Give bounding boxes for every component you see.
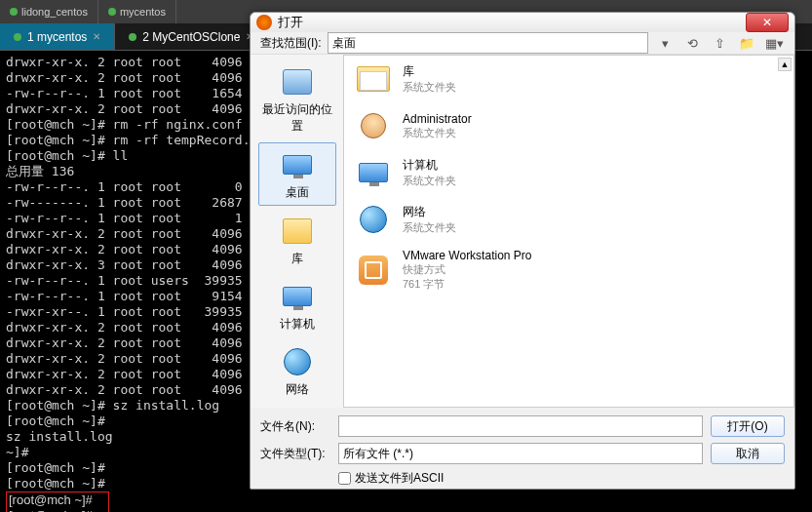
folder-open-icon [357, 66, 390, 92]
close-icon[interactable]: ✕ [93, 31, 100, 42]
up-icon[interactable]: ⇧ [709, 32, 730, 54]
lookin-label: 查找范围(I): [260, 35, 322, 52]
sidebar-item[interactable]: 桌面 [258, 142, 336, 206]
user-icon [361, 113, 386, 138]
places-sidebar: 最近访问的位置桌面库计算机网络 [251, 55, 343, 408]
globe-icon [360, 206, 387, 233]
sidebar-item[interactable]: 计算机 [258, 275, 336, 336]
ascii-checkbox[interactable] [338, 472, 351, 485]
open-button[interactable]: 打开(O) [711, 415, 785, 437]
dialog-bottom: 文件名(N): 打开(O) 文件类型(T): 取消 发送文件到ASCII [251, 408, 794, 494]
dialog-icon [256, 15, 272, 30]
top-tab[interactable]: mycentos [98, 0, 176, 23]
lib-icon [283, 218, 312, 244]
new-folder-icon[interactable]: 📁 [736, 32, 757, 54]
sidebar-item[interactable]: 网络 [258, 340, 336, 402]
status-dot-icon [10, 8, 18, 16]
highlighted-command: [root@mch ~]# [root@mch ~]# rz [6, 492, 109, 512]
globe-icon [284, 348, 311, 375]
file-item[interactable]: Administrator系统文件夹 [344, 102, 793, 149]
dialog-title: 打开 [278, 14, 746, 31]
filetype-label: 文件类型(T): [260, 446, 330, 462]
monitor-icon [283, 155, 312, 175]
status-dot-icon [14, 33, 21, 41]
file-item[interactable]: 库系统文件夹 [344, 56, 793, 102]
vmware-icon [359, 256, 388, 285]
search-icon [283, 69, 312, 95]
back-icon[interactable]: ⟲ [681, 32, 703, 54]
lookin-combo[interactable] [328, 32, 648, 54]
close-button[interactable]: ✕ [746, 13, 789, 32]
monitor-icon [359, 163, 388, 182]
status-dot-icon [129, 33, 136, 41]
sidebar-item[interactable]: 库 [258, 210, 336, 271]
file-item[interactable]: VMware Workstation Pro快捷方式761 字节 [344, 243, 793, 297]
status-dot-icon [108, 8, 116, 16]
open-file-dialog: 打开 ✕ 查找范围(I): ▾ ⟲ ⇧ 📁 ▦▾ 最近访问的位置桌面库计算机网络… [250, 12, 795, 490]
filetype-combo[interactable] [338, 443, 703, 464]
top-tab[interactable]: lidong_centos [0, 0, 98, 23]
ascii-label: 发送文件到ASCII [355, 470, 444, 487]
view-icon[interactable]: ▦▾ [763, 32, 785, 54]
dialog-titlebar[interactable]: 打开 ✕ [251, 13, 794, 32]
dropdown-icon[interactable]: ▾ [654, 32, 676, 54]
cancel-button[interactable]: 取消 [711, 443, 785, 464]
monitor-icon [283, 287, 312, 306]
filename-label: 文件名(N): [260, 418, 330, 435]
dialog-toolbar: 查找范围(I): ▾ ⟲ ⇧ 📁 ▦▾ [251, 32, 794, 54]
file-item[interactable]: 计算机系统文件夹 [344, 149, 793, 196]
session-tab-1[interactable]: 1 mycentos✕ [0, 23, 115, 50]
session-tab-2[interactable]: 2 MyCentOSClone✕ [115, 23, 268, 50]
sidebar-item[interactable]: 最近访问的位置 [258, 60, 336, 138]
scroll-up-icon[interactable]: ▲ [778, 58, 792, 71]
file-item[interactable]: 网络系统文件夹 [344, 196, 793, 243]
filename-input[interactable] [338, 415, 703, 437]
file-list[interactable]: ▲ 库系统文件夹Administrator系统文件夹计算机系统文件夹网络系统文件… [343, 55, 794, 408]
